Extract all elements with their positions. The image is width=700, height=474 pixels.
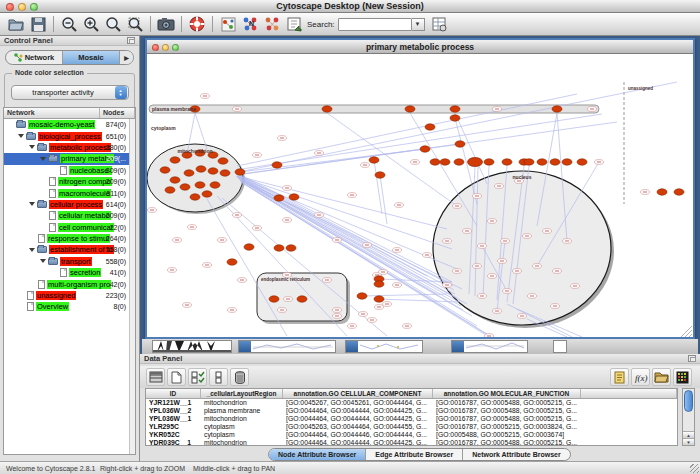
minimized-network-window[interactable] xyxy=(345,340,423,353)
tab-network-attribute-browser[interactable]: Network Attribute Browser xyxy=(463,449,569,460)
minimized-network-window[interactable] xyxy=(238,340,336,353)
network-overview-icon[interactable] xyxy=(218,14,238,34)
table-row[interactable]: YDR039C__1mitochondrion[GO:0044464, GO:0… xyxy=(146,439,677,446)
import-network-icon[interactable] xyxy=(284,14,304,34)
tree-row[interactable]: secretion41(0) xyxy=(4,267,129,278)
table-column-header[interactable]: annotation.GO CELLULAR_COMPONENT xyxy=(283,389,433,398)
attribute-table-icon[interactable] xyxy=(146,368,165,386)
tabs-overflow-icon[interactable]: ▶ xyxy=(120,51,133,64)
tree-row[interactable]: establishment of lo558(0) xyxy=(4,244,129,255)
tree-column-nodes[interactable]: Nodes xyxy=(100,108,135,118)
tree-row[interactable]: cellular process614(0) xyxy=(4,199,129,210)
import-attributes-icon[interactable] xyxy=(652,368,671,386)
main-toolbar: N Search: ▼ xyxy=(0,13,700,36)
table-row[interactable]: YKR052Ccytoplasm[GO:0044464, GO:0044446,… xyxy=(146,431,677,439)
tab-network[interactable]: Network xyxy=(6,51,63,64)
search-input[interactable] xyxy=(338,18,412,31)
disclosure-triangle-icon[interactable] xyxy=(29,248,35,252)
table-row[interactable]: YLR295Ccytoplasm[GO:0045263, GO:0044464,… xyxy=(146,423,677,431)
unselect-attributes-icon[interactable] xyxy=(209,368,228,386)
node-count: 280(0) xyxy=(106,144,126,151)
tree-row[interactable]: transport558(0) xyxy=(4,256,129,267)
disclosure-triangle-icon[interactable] xyxy=(29,202,35,206)
tree-row[interactable]: metabolic process280(0) xyxy=(4,142,129,153)
select-attributes-icon[interactable] xyxy=(188,368,207,386)
tree-row[interactable]: Overview8(0) xyxy=(4,301,129,312)
tree-row[interactable]: biological_process651(0) xyxy=(4,130,129,141)
table-column-header[interactable]: annotation.GO MOLECULAR_FUNCTION xyxy=(433,389,581,398)
tree-row[interactable]: unassigned223(0) xyxy=(4,290,129,301)
network-view-window[interactable]: primary metabolic process plasma membran… xyxy=(145,38,695,339)
tree-row[interactable]: multi-organism pro42(0) xyxy=(4,278,129,289)
zoom-fit-icon[interactable] xyxy=(125,14,145,34)
zoom-selected-icon[interactable] xyxy=(103,14,123,34)
network-name: transport xyxy=(60,257,92,266)
node-color-combo[interactable]: transporter activity ▲▼ xyxy=(11,85,129,100)
create-attribute-icon[interactable] xyxy=(167,368,186,386)
network-name: mosaic-demo-yeast xyxy=(28,120,95,129)
disclosure-triangle-icon[interactable] xyxy=(40,259,46,263)
save-session-icon[interactable] xyxy=(28,14,48,34)
network-canvas[interactable]: plasma membranecytoplasmmitochondrionnuc… xyxy=(147,54,693,337)
import-table-icon[interactable] xyxy=(429,14,449,34)
tab-edge-attribute-browser[interactable]: Edge Attribute Browser xyxy=(366,449,463,460)
function-builder-icon[interactable]: f(x) xyxy=(631,368,650,386)
tree-row[interactable]: nitrogen compo209(0) xyxy=(4,176,129,187)
tree-row[interactable]: macromolecule311(0) xyxy=(4,187,129,198)
cytoscape-app-window: Cytoscape Desktop (New Session) xyxy=(0,0,700,474)
zoom-in-icon[interactable] xyxy=(81,14,101,34)
table-vscrollbar[interactable]: ▲ ▼ xyxy=(682,388,695,446)
matrix-icon[interactable] xyxy=(673,368,692,386)
tree-row[interactable]: cell communicat22(0) xyxy=(4,222,129,233)
table-row[interactable]: YPL036W__1mitochondrion[GO:0044464, GO:0… xyxy=(146,415,677,423)
zoom-out-icon[interactable] xyxy=(59,14,79,34)
tree-row[interactable]: primary metabo209(... xyxy=(4,153,129,164)
minimized-window-stub[interactable] xyxy=(553,340,567,353)
tree-row[interactable]: mosaic-demo-yeast874(0) xyxy=(4,119,129,130)
file-icon xyxy=(60,166,67,175)
network-view-titlebar[interactable]: primary metabolic process xyxy=(147,40,693,54)
search-dropdown-icon[interactable]: ▼ xyxy=(412,18,425,31)
table-vscroll-thumb[interactable] xyxy=(684,390,693,412)
tab-network-label: Network xyxy=(25,53,55,62)
tree-row[interactable]: response to stimul264(0) xyxy=(4,233,129,244)
minimized-overview-window[interactable] xyxy=(152,340,232,353)
status-welcome: Welcome to Cytoscape 2.8.1 xyxy=(6,465,95,472)
folder-icon xyxy=(48,155,58,162)
network-name: nitrogen compo xyxy=(58,177,112,186)
attribute-table-rows: YJR121W__1mitochondrion[GO:0045267, GO:0… xyxy=(146,399,677,446)
table-row[interactable]: YJR121W__1mitochondrion[GO:0045267, GO:0… xyxy=(146,399,677,407)
create-network-icon[interactable]: N xyxy=(240,14,260,34)
tree-row[interactable]: nucleobase-209(0) xyxy=(4,165,129,176)
annotation-icon[interactable] xyxy=(610,368,629,386)
tab-node-attribute-browser[interactable]: Node Attribute Browser xyxy=(269,449,366,460)
resize-grip[interactable] xyxy=(690,464,699,473)
data-panel-toolbar: f(x) xyxy=(140,366,700,388)
tree-row[interactable]: cellular metabo209(0) xyxy=(4,210,129,221)
table-column-header[interactable]: _cellularLayoutRegion xyxy=(201,389,283,398)
help-icon[interactable] xyxy=(187,14,207,34)
disclosure-triangle-icon[interactable] xyxy=(18,134,24,138)
node-count: 22(0) xyxy=(110,224,126,231)
tree-column-network[interactable]: Network xyxy=(4,108,100,118)
snapshot-icon[interactable] xyxy=(156,14,176,34)
disclosure-triangle-icon[interactable] xyxy=(40,157,46,161)
node-count: 651(0) xyxy=(106,133,126,140)
node-count: 311(0) xyxy=(106,190,126,197)
tree-scrollbar[interactable] xyxy=(129,119,135,454)
minimized-network-window[interactable] xyxy=(451,340,528,353)
table-row[interactable]: YPL036W__2plasma membrane[GO:0044464, GO… xyxy=(146,407,677,415)
scroll-down-icon[interactable]: ▼ xyxy=(683,438,694,445)
node-count: 209(... xyxy=(106,155,126,162)
destroy-network-icon[interactable] xyxy=(262,14,282,34)
float-data-panel-icon[interactable] xyxy=(688,355,696,362)
network-tree-panel: Network Nodes mosaic-demo-yeast874(0)bio… xyxy=(3,107,136,455)
delete-attribute-icon[interactable] xyxy=(230,368,249,386)
table-column-header[interactable]: ID xyxy=(146,389,201,398)
tab-mosaic[interactable]: Mosaic xyxy=(63,51,120,64)
float-panel-icon[interactable] xyxy=(127,37,135,44)
disclosure-triangle-icon[interactable] xyxy=(29,145,35,149)
scroll-up-icon[interactable]: ▲ xyxy=(683,431,694,438)
node-count: 614(0) xyxy=(106,201,126,208)
open-file-icon[interactable] xyxy=(6,14,26,34)
